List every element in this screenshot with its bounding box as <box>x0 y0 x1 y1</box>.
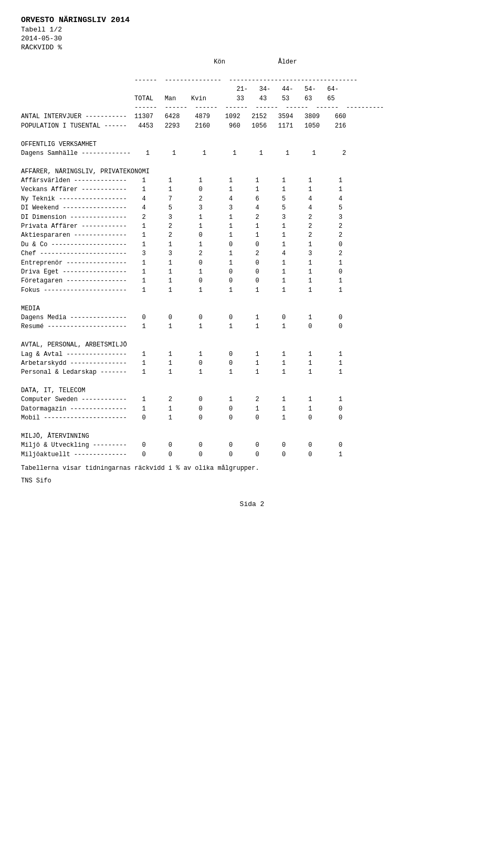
page-number: Sida 2 <box>21 500 483 508</box>
source-label: TNS Sifo <box>21 477 483 485</box>
footer-note: Tabellerna visar tidningarnas räckvidd i… <box>21 465 483 472</box>
tabell-subtitle: Tabell 1/2 <box>21 26 483 34</box>
date-subtitle: 2014-05-30 <box>21 35 483 43</box>
table-content: Kön Ålder ------ --------------- -------… <box>21 58 483 459</box>
rakvidd-subtitle: RÄCKVIDD % <box>21 44 483 51</box>
main-title: ORVESTO NÄRINGSLIV 2014 <box>21 16 483 25</box>
